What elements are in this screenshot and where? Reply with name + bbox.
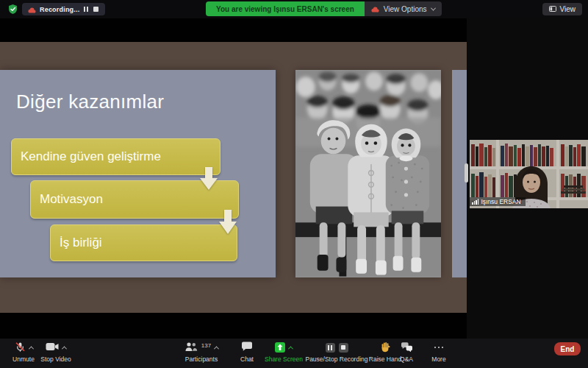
presentation-slide: Diğer kazanımlar Kendine güven geliştirm… <box>0 42 467 313</box>
slide-content-panel: Diğer kazanımlar Kendine güven geliştirm… <box>0 70 276 277</box>
stop-recording-button[interactable] <box>93 7 99 12</box>
stop-video-button[interactable]: Stop Video <box>35 342 76 363</box>
audio-options-chevron-icon[interactable] <box>28 346 33 351</box>
view-button[interactable]: View <box>542 3 583 15</box>
panel-collapse-handle[interactable] <box>465 163 468 183</box>
meeting-toolbar: Unmute Stop Video <box>0 339 588 368</box>
viewing-screen-banner: You are viewing Işınsu ERSAN's screen <box>206 1 365 16</box>
recording-cloud-icon <box>28 3 36 16</box>
participants-button[interactable]: 137 Participants <box>176 342 226 363</box>
share-options-chevron-icon[interactable] <box>288 346 293 351</box>
children-photo-illustration <box>295 70 441 277</box>
slide-box-cooperation: İş birliği <box>50 224 237 261</box>
view-layout-icon <box>549 5 556 13</box>
zoom-app-window: Recording... You are viewing Işınsu ERSA… <box>0 0 588 368</box>
more-dots-icon <box>434 342 444 353</box>
participants-options-chevron-icon[interactable] <box>214 346 219 351</box>
participant-video[interactable]: Işınsu ERSAN <box>470 140 588 208</box>
recording-indicator: Recording... <box>22 3 105 15</box>
more-button[interactable]: More <box>425 342 453 363</box>
participants-icon <box>184 342 198 353</box>
pause-recording-icon[interactable] <box>326 343 335 353</box>
screen-share-banner: You are viewing Işınsu ERSAN's screen Vi… <box>206 1 442 16</box>
recording-label: Recording... <box>40 6 79 13</box>
down-arrow-icon <box>219 210 237 234</box>
participants-count-badge: 137 <box>201 342 211 349</box>
muted-mic-icon <box>15 342 26 354</box>
view-options-menu[interactable]: View Options <box>365 1 442 16</box>
participant-name: Işınsu ERSAN <box>481 198 520 205</box>
slide-title: Diğer kazanımlar <box>16 91 164 113</box>
share-screen-icon <box>275 342 285 353</box>
view-options-label: View Options <box>384 5 427 13</box>
meeting-topbar: Recording... You are viewing Işınsu ERSA… <box>0 0 588 18</box>
chevron-down-icon <box>431 5 436 10</box>
shared-screen-area: Diğer kazanımlar Kendine güven geliştirm… <box>0 18 467 339</box>
slide-box-self-confidence: Kendine güven geliştirme <box>11 138 220 175</box>
recording-cloud-icon <box>371 2 379 15</box>
participant-video-panel: Işınsu ERSAN <box>467 18 588 339</box>
participant-name-tag: Işınsu ERSAN <box>470 197 526 206</box>
connection-signal-icon <box>472 199 478 205</box>
banner-text: You are viewing Işınsu ERSAN's screen <box>216 5 354 13</box>
video-options-chevron-icon[interactable] <box>62 346 67 351</box>
stop-recording-icon[interactable] <box>339 343 348 353</box>
video-camera-icon <box>46 342 59 353</box>
children-photo <box>295 70 441 277</box>
qa-button[interactable]: Q&A <box>394 342 419 363</box>
pause-recording-button[interactable] <box>83 7 89 12</box>
down-arrow-icon <box>200 167 218 190</box>
qa-bubbles-icon <box>401 342 413 353</box>
raised-hand-icon <box>380 341 391 354</box>
end-meeting-button[interactable]: End <box>554 342 581 355</box>
security-shield-icon[interactable] <box>7 4 18 15</box>
view-button-label: View <box>560 5 576 13</box>
